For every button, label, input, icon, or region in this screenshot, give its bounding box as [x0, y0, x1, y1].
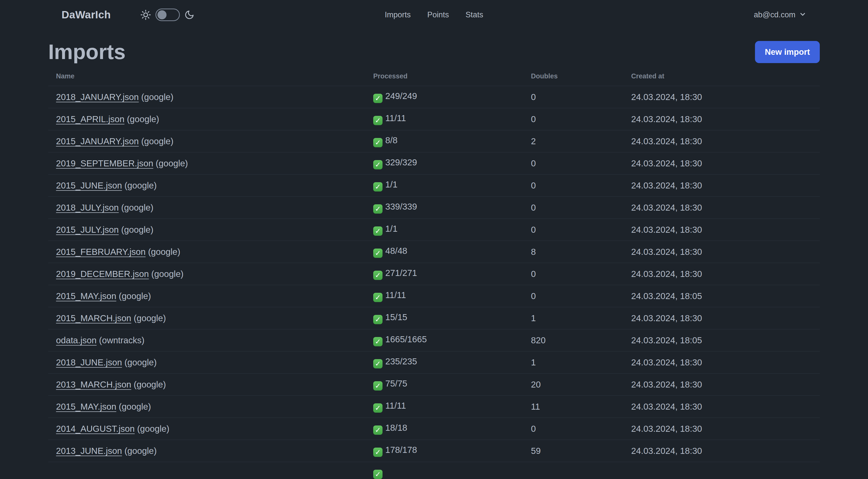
success-check-icon: ✓: [373, 293, 382, 302]
created-at-cell: 24.03.2024, 18:30: [631, 152, 820, 174]
processed-cell: ✓: [373, 462, 531, 479]
success-check-icon: ✓: [373, 359, 382, 368]
import-file-link[interactable]: 2018_JANUARY.json: [56, 92, 138, 102]
import-file-link[interactable]: 2014_AUGUST.json: [56, 424, 135, 433]
moon-icon: [184, 10, 194, 20]
import-file-link[interactable]: 2015_JULY.json: [56, 225, 119, 235]
success-check-icon: ✓: [373, 138, 382, 147]
imports-table-head: Name Processed Doubles Created at: [48, 67, 820, 86]
account-email: ab@cd.com: [754, 10, 796, 19]
brand-logo[interactable]: DaWarIch: [62, 9, 111, 21]
import-file-link[interactable]: odata.json: [56, 335, 97, 345]
import-file-link[interactable]: 2015_JANUARY.json: [56, 136, 138, 146]
created-at-cell: 24.03.2024, 18:30: [631, 174, 820, 196]
success-check-icon: ✓: [373, 271, 382, 280]
import-file-link[interactable]: 2015_MARCH.json: [56, 313, 131, 323]
imports-table: Name Processed Doubles Created at 2018_J…: [48, 67, 820, 479]
name-cell: odata.json (owntracks): [48, 329, 373, 351]
success-check-icon: ✓: [373, 227, 382, 236]
name-cell: 2013_MARCH.json (google): [48, 373, 373, 395]
created-at-cell: 24.03.2024, 18:30: [631, 263, 820, 285]
doubles-cell: 0: [531, 196, 631, 218]
import-file-link[interactable]: 2015_MAY.json: [56, 291, 116, 301]
main-content: Imports New import Name Processed Double…: [48, 40, 820, 479]
table-row: 2015_MAY.json (google)✓11/11024.03.2024,…: [48, 285, 820, 307]
import-source: (owntracks): [97, 335, 145, 345]
table-row: 2015_APRIL.json (google)✓11/11024.03.202…: [48, 108, 820, 130]
doubles-cell: 0: [531, 218, 631, 240]
doubles-cell: 0: [531, 174, 631, 196]
created-at-cell: 24.03.2024, 18:30: [631, 196, 820, 218]
success-check-icon: ✓: [373, 116, 382, 125]
table-row: 2015_FEBRUARY.json (google)✓48/48824.03.…: [48, 240, 820, 263]
created-at-cell: 24.03.2024, 18:30: [631, 307, 820, 329]
doubles-cell: 1: [531, 351, 631, 373]
doubles-cell: 820: [531, 329, 631, 351]
created-at-cell: 24.03.2024, 18:30: [631, 108, 820, 130]
nav-item-points[interactable]: Points: [427, 10, 449, 19]
import-file-link[interactable]: 2013_MARCH.json: [56, 380, 131, 389]
success-check-icon: ✓: [373, 448, 382, 457]
toggle-knob: [157, 10, 166, 19]
theme-toggle-switch[interactable]: [155, 8, 180, 21]
processed-cell: ✓235/235: [373, 351, 531, 373]
success-check-icon: ✓: [373, 204, 382, 214]
column-header-created-at: Created at: [631, 67, 820, 86]
table-row: 2015_MARCH.json (google)✓15/15124.03.202…: [48, 307, 820, 329]
processed-cell: ✓1/1: [373, 218, 531, 240]
import-source: (google): [116, 291, 151, 301]
doubles-cell: 0: [531, 285, 631, 307]
theme-toggle: [141, 8, 194, 21]
import-source: (google): [116, 401, 151, 411]
column-header-processed: Processed: [373, 67, 531, 86]
import-file-link[interactable]: 2015_MAY.json: [56, 401, 116, 411]
doubles-cell: 0: [531, 86, 631, 108]
import-file-link[interactable]: 2018_JULY.json: [56, 203, 119, 212]
success-check-icon: ✓: [373, 337, 382, 346]
created-at-cell: 24.03.2024, 18:30: [631, 417, 820, 440]
created-at-cell: 24.03.2024, 18:30: [631, 86, 820, 108]
doubles-cell: 2: [531, 130, 631, 152]
processed-cell: ✓1665/1665: [373, 329, 531, 351]
name-cell: 2015_MAY.json (google): [48, 285, 373, 307]
import-file-link[interactable]: 2013_JUNE.json: [56, 446, 122, 456]
table-row: 2015_JUNE.json (google)✓1/1024.03.2024, …: [48, 174, 820, 196]
page-header: Imports New import: [48, 40, 820, 64]
processed-cell: ✓8/8: [373, 130, 531, 152]
table-row: odata.json (owntracks)✓1665/166582024.03…: [48, 329, 820, 351]
new-import-button[interactable]: New import: [755, 41, 820, 63]
import-source: (google): [135, 424, 169, 433]
name-cell: 2015_MAY.json (google): [48, 395, 373, 417]
created-at-cell: 24.03.2024, 18:30: [631, 240, 820, 263]
doubles-cell: 8: [531, 240, 631, 263]
success-check-icon: ✓: [373, 470, 382, 479]
table-row: 2013_JUNE.json (google)✓178/1785924.03.2…: [48, 440, 820, 462]
import-file-link[interactable]: 2018_JUNE.json: [56, 357, 122, 367]
doubles-cell: 0: [531, 108, 631, 130]
created-at-cell: 24.03.2024, 18:30: [631, 218, 820, 240]
import-file-link[interactable]: 2015_APRIL.json: [56, 114, 124, 124]
table-row: 2018_JANUARY.json (google)✓249/249024.03…: [48, 86, 820, 108]
doubles-cell: 0: [531, 417, 631, 440]
import-file-link[interactable]: 2015_FEBRUARY.json: [56, 247, 146, 257]
name-cell: 2018_JANUARY.json (google): [48, 86, 373, 108]
name-cell: 2018_JUNE.json (google): [48, 351, 373, 373]
import-file-link[interactable]: 2019_DECEMBER.json: [56, 269, 149, 279]
created-at-cell: [631, 462, 820, 479]
import-file-link[interactable]: 2015_JUNE.json: [56, 180, 122, 190]
import-file-link[interactable]: 2019_SEPTEMBER.json: [56, 158, 153, 168]
table-row: 2015_JANUARY.json (google)✓8/8224.03.202…: [48, 130, 820, 152]
import-source: (google): [122, 357, 157, 367]
processed-cell: ✓11/11: [373, 108, 531, 130]
processed-cell: ✓15/15: [373, 307, 531, 329]
column-header-name: Name: [48, 67, 373, 86]
nav-item-imports[interactable]: Imports: [385, 10, 411, 19]
account-menu[interactable]: ab@cd.com: [754, 10, 806, 19]
import-source: (google): [138, 92, 173, 102]
processed-cell: ✓11/11: [373, 395, 531, 417]
import-source: (google): [124, 114, 159, 124]
import-source: (google): [119, 225, 153, 235]
nav-item-stats[interactable]: Stats: [465, 10, 483, 19]
doubles-cell: [531, 462, 631, 479]
doubles-cell: 1: [531, 307, 631, 329]
